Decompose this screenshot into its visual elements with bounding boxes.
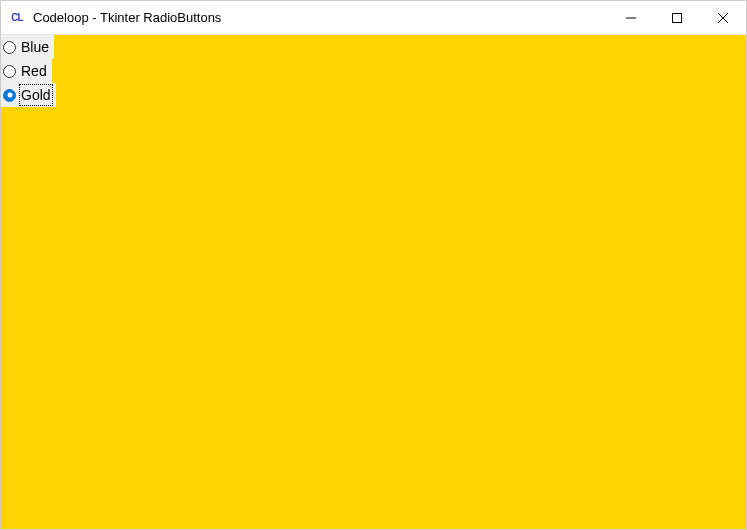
radio-gold[interactable]: Gold	[1, 83, 56, 107]
radio-circle-icon	[3, 41, 16, 54]
radio-circle-icon	[3, 65, 16, 78]
window-controls	[608, 1, 746, 34]
close-icon	[718, 13, 728, 23]
radio-label: Red	[20, 61, 48, 81]
client-area: Blue Red Gold	[1, 35, 746, 529]
radio-circle-icon	[3, 89, 16, 102]
radio-label: Blue	[20, 37, 50, 57]
svg-rect-1	[673, 13, 682, 22]
radio-red[interactable]: Red	[1, 59, 52, 83]
window-title: Codeloop - Tkinter RadioButtons	[33, 10, 608, 25]
radio-group: Blue Red Gold	[1, 35, 56, 107]
app-window: CL Codeloop - Tkinter RadioButtons Blue …	[0, 0, 747, 530]
minimize-icon	[626, 13, 636, 23]
minimize-button[interactable]	[608, 1, 654, 34]
titlebar: CL Codeloop - Tkinter RadioButtons	[1, 1, 746, 35]
maximize-icon	[672, 13, 682, 23]
app-icon: CL	[9, 10, 25, 26]
radio-blue[interactable]: Blue	[1, 35, 54, 59]
maximize-button[interactable]	[654, 1, 700, 34]
radio-label: Gold	[20, 85, 52, 105]
close-button[interactable]	[700, 1, 746, 34]
